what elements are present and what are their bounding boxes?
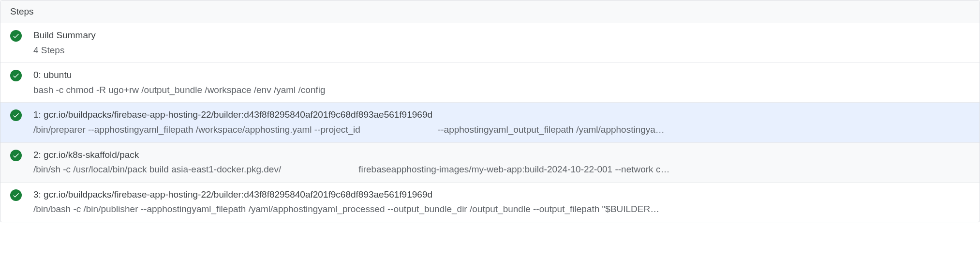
success-icon: [10, 189, 22, 201]
command-part2: --apphostingyaml_output_filepath /yaml/a…: [438, 124, 665, 135]
build-steps-panel: Steps Build Summary 4 Steps 0: ubuntu ba…: [0, 0, 980, 222]
command-part1: /bin/preparer --apphostingyaml_filepath …: [33, 124, 360, 135]
step-title: 0: ubuntu: [33, 69, 970, 82]
step-command: /bin/bash -c /bin/publisher --apphosting…: [33, 203, 970, 216]
step-title: 2: gcr.io/k8s-skaffold/pack: [33, 149, 970, 162]
success-icon: [10, 70, 22, 81]
step-content: 2: gcr.io/k8s-skaffold/pack /bin/sh -c /…: [33, 149, 970, 176]
panel-header: Steps: [0, 0, 980, 23]
success-icon: [10, 30, 22, 42]
step-command: /bin/sh -c /usr/local/bin/pack build asi…: [33, 163, 970, 176]
step-title: 1: gcr.io/buildpacks/firebase-app-hostin…: [33, 108, 970, 122]
build-summary-row[interactable]: Build Summary 4 Steps: [0, 23, 980, 63]
step-title: 3: gcr.io/buildpacks/firebase-app-hostin…: [33, 188, 970, 201]
command-part2: firebaseapphosting-images/my-web-app:bui…: [358, 164, 669, 174]
success-icon: [10, 150, 22, 161]
success-icon: [10, 109, 22, 121]
step-row-1[interactable]: 1: gcr.io/buildpacks/firebase-app-hostin…: [0, 103, 980, 142]
step-content: 3: gcr.io/buildpacks/firebase-app-hostin…: [33, 188, 970, 216]
step-content: 1: gcr.io/buildpacks/firebase-app-hostin…: [33, 108, 970, 136]
step-row-2[interactable]: 2: gcr.io/k8s-skaffold/pack /bin/sh -c /…: [0, 143, 980, 183]
step-command: bash -c chmod -R ugo+rw /output_bundle /…: [33, 84, 970, 97]
step-command: /bin/preparer --apphostingyaml_filepath …: [33, 123, 970, 137]
panel-title: Steps: [10, 6, 34, 16]
summary-subtitle: 4 Steps: [33, 44, 970, 57]
step-content: Build Summary 4 Steps: [33, 29, 970, 57]
step-row-3[interactable]: 3: gcr.io/buildpacks/firebase-app-hostin…: [0, 183, 980, 222]
summary-title: Build Summary: [33, 29, 970, 42]
step-row-0[interactable]: 0: ubuntu bash -c chmod -R ugo+rw /outpu…: [0, 63, 980, 103]
command-part1: /bin/sh -c /usr/local/bin/pack build asi…: [33, 164, 281, 174]
step-content: 0: ubuntu bash -c chmod -R ugo+rw /outpu…: [33, 69, 970, 96]
